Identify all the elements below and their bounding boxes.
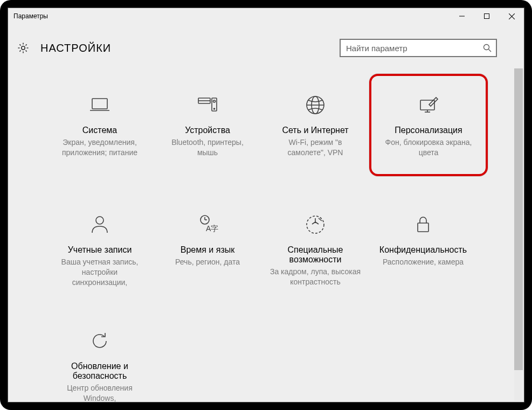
tile-update-security[interactable]: Обновление и безопасность Центр обновлен… xyxy=(46,325,154,402)
close-button[interactable] xyxy=(499,8,524,24)
gear-icon xyxy=(16,40,31,55)
tile-desc: Ваша учетная запись, настройки синхрониз… xyxy=(50,257,149,288)
settings-window: Параметры НАСТРОЙКИ Найти параметр xyxy=(8,8,524,402)
svg-point-13 xyxy=(214,108,215,109)
tile-network[interactable]: Сеть и Интернет Wi-Fi, режим "в самолете… xyxy=(261,89,369,176)
person-icon xyxy=(87,212,113,238)
tile-desc: Фон, блокировка экрана, цвета xyxy=(376,137,481,158)
tile-title: Обновление и безопасность xyxy=(50,362,149,381)
tile-title: Конфиденциальность xyxy=(379,245,467,255)
update-icon xyxy=(87,328,113,354)
svg-point-4 xyxy=(22,46,25,50)
tile-title: Устройства xyxy=(185,126,230,135)
svg-rect-27 xyxy=(418,223,429,232)
tile-privacy[interactable]: Конфиденциальность Расположение, камера xyxy=(369,209,477,293)
scrollbar-thumb[interactable] xyxy=(514,68,523,370)
maximize-button[interactable] xyxy=(474,8,499,24)
tile-title: Учетные записи xyxy=(68,245,132,255)
tile-desc: Экран, уведомления, приложения; питание xyxy=(50,137,149,158)
page-title: НАСТРОЙКИ xyxy=(40,42,111,54)
header-row: НАСТРОЙКИ Найти параметр xyxy=(8,35,524,61)
tile-title: Время и язык xyxy=(181,245,234,255)
tiles-grid: Система Экран, уведомления, приложения; … xyxy=(8,67,524,402)
search-input[interactable]: Найти параметр xyxy=(340,39,497,57)
tile-desc: За кадром, лупа, высокая контрастность xyxy=(266,267,365,287)
svg-rect-1 xyxy=(485,14,489,19)
svg-point-5 xyxy=(484,45,489,50)
tile-title: Сеть и Интернет xyxy=(282,126,348,135)
tile-accessibility[interactable]: Специальные возможности За кадром, лупа,… xyxy=(261,209,369,293)
tile-personalization[interactable]: Персонализация Фон, блокировка экрана, ц… xyxy=(369,74,488,176)
devices-icon xyxy=(195,92,220,118)
tile-title: Специальные возможности xyxy=(266,245,365,265)
tile-title: Система xyxy=(82,126,117,135)
search-icon xyxy=(483,44,492,52)
svg-line-6 xyxy=(489,50,492,52)
tile-devices[interactable]: Устройства Bluetooth, принтеры, мышь xyxy=(154,89,261,176)
tile-title: Персонализация xyxy=(395,126,462,135)
tile-system[interactable]: Система Экран, уведомления, приложения; … xyxy=(46,89,154,176)
svg-point-20 xyxy=(96,217,103,224)
tile-accounts[interactable]: Учетные записи Ваша учетная запись, наст… xyxy=(46,209,154,293)
personalization-icon xyxy=(416,92,441,118)
tile-time-language[interactable]: A字 Время и язык Речь, регион, дата xyxy=(154,209,261,293)
tile-desc: Bluetooth, принтеры, мышь xyxy=(158,137,257,158)
tile-desc: Wi-Fi, режим "в самолете", VPN xyxy=(266,137,365,158)
svg-rect-7 xyxy=(92,99,107,109)
laptop-icon xyxy=(87,92,113,118)
window-title: Параметры xyxy=(13,12,48,20)
accessibility-icon xyxy=(302,212,328,238)
titlebar: Параметры xyxy=(8,8,524,24)
minimize-button[interactable] xyxy=(450,8,474,24)
time-language-icon: A字 xyxy=(195,212,220,238)
lock-icon xyxy=(410,212,436,238)
svg-text:A字: A字 xyxy=(206,224,218,233)
globe-icon xyxy=(302,92,328,118)
tile-desc: Центр обновления Windows, xyxy=(50,383,149,402)
search-placeholder: Найти параметр xyxy=(346,44,483,53)
tile-desc: Расположение, камера xyxy=(379,257,467,267)
svg-point-12 xyxy=(213,100,216,102)
tile-desc: Речь, регион, дата xyxy=(172,257,243,267)
